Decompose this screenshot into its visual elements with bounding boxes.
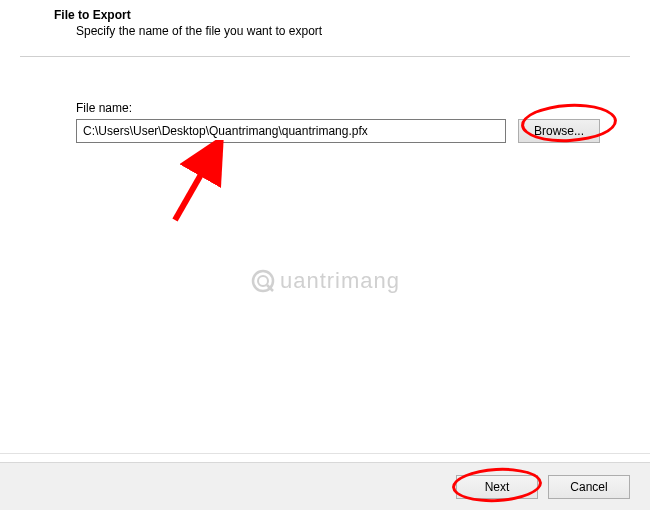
svg-point-1 [258, 276, 268, 286]
watermark-text: uantrimang [280, 268, 400, 294]
watermark: uantrimang [0, 268, 650, 294]
page-title: File to Export [54, 8, 630, 22]
file-name-label: File name: [76, 101, 630, 115]
watermark-q-icon [250, 268, 276, 294]
svg-line-2 [267, 285, 273, 291]
cancel-button[interactable]: Cancel [548, 475, 630, 499]
next-button[interactable]: Next [456, 475, 538, 499]
footer: Next Cancel [0, 462, 650, 510]
footer-divider [0, 453, 650, 454]
page-subtitle: Specify the name of the file you want to… [76, 24, 630, 38]
annotation-arrow [160, 140, 240, 230]
file-name-input[interactable] [76, 119, 506, 143]
wizard-content: File to Export Specify the name of the f… [0, 0, 650, 38]
browse-button[interactable]: Browse... [518, 119, 600, 143]
svg-point-0 [253, 271, 273, 291]
file-field-group: File name: Browse... [76, 101, 630, 143]
svg-line-4 [175, 150, 215, 220]
